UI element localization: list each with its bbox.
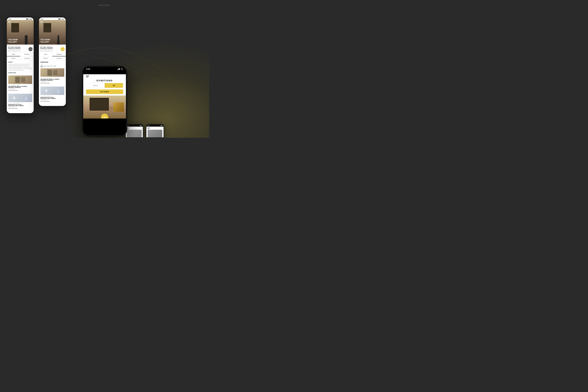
signal-right2: ▌▌▌ — [161, 125, 162, 126]
status-bar-left: 9:41 ▌▌▌ wifi ▮ — [7, 18, 34, 20]
svg-rect-3 — [120, 68, 120, 70]
wifi-icon: wifi — [29, 18, 31, 20]
about-section-left: ABOUT Founded in October 2016 by Max and… — [7, 60, 34, 76]
tab-exibitions-left[interactable]: Exibitions — [20, 52, 34, 56]
wifi-icon-large — [118, 68, 120, 70]
large-exibitions-title: EXIBITIONS — [83, 78, 126, 83]
saved-button-left[interactable]: SAVED — [28, 47, 32, 51]
search-icon-large[interactable] — [121, 68, 123, 70]
year-2019[interactable]: 2019 — [44, 65, 46, 67]
exhibition-info-left: NOT FUNNY, PERSONAL VISTAVKA ILLI ISUPOV… — [8, 46, 32, 52]
status-icons-right2: ▌▌▌ — [161, 125, 162, 126]
notch — [97, 71, 112, 74]
status-icons-right1: ▌▌▌ — [140, 125, 142, 126]
phone-right2: 9:41 ▌▌▌ — [146, 124, 164, 138]
exhibition-item-2-left: 09.09 - 04.10.2020 Offline INTROSPECTION… — [8, 94, 32, 110]
status-bar-right2: 9:41 ▌▌▌ — [146, 124, 164, 127]
phone-large: 9:41 — [82, 66, 127, 136]
year-2017[interactable]: 2017 — [50, 65, 53, 67]
menu-right2[interactable] — [148, 128, 162, 129]
explore-link-2-left[interactable]: EXPLORE MORE → — [8, 108, 32, 109]
filters-button-large[interactable]: FILTERS — [86, 90, 123, 94]
exhibition-img-1-left — [8, 76, 32, 84]
nav-tabs-row2-left: Painters Souvenirs — [7, 56, 34, 60]
svg-rect-1 — [118, 69, 119, 70]
large-exhibition-image: JOIN — [83, 96, 126, 118]
tab-souvenirs-left[interactable]: Souvenirs — [20, 56, 34, 60]
svg-line-5 — [122, 69, 123, 70]
status-icons-left: ▌▌▌ wifi ▮ — [26, 18, 32, 20]
battery-icon-mid: ▮ — [64, 18, 64, 20]
exhibitions-list-left: 12.10 - 14.11.2020 Offline THE SWEETEST … — [7, 76, 34, 113]
phone-left: 9:41 ▌▌▌ wifi ▮ VOLOSHIN GALLERY — [6, 16, 34, 114]
svg-point-4 — [121, 68, 122, 70]
right1-hero — [127, 130, 142, 137]
explore-link-2-mid[interactable]: EXPLORE MORE → — [40, 101, 64, 102]
svg-rect-2 — [119, 68, 119, 70]
year-2020[interactable]: 2020 — [40, 65, 43, 67]
exhibition-item-1-left: 12.10 - 14.11.2020 Offline THE SWEETEST … — [8, 76, 32, 92]
wifi-icon-mid: wifi — [61, 18, 63, 20]
large-phone-menu — [83, 74, 126, 78]
large-phone-content: EXIBITIONS Saved All FILTERS — [83, 74, 126, 118]
svg-rect-0 — [118, 69, 118, 70]
tab-painters-mid[interactable]: Painters — [39, 56, 52, 60]
exhibition-item-1-mid: 12.10 - 14.11.2020 Offline THE SWEETEST … — [40, 68, 64, 85]
battery-icon: ▮ — [31, 18, 32, 20]
exhibitions-header-mid: EXIBITIONS Past 2020 2019 2018 2017 2016 — [39, 60, 66, 68]
right2-hero — [148, 130, 162, 137]
signal-right1: ▌▌▌ — [140, 125, 142, 126]
tab-exibitions-mid[interactable]: Exibitions — [52, 52, 66, 56]
now-bar-left: Now NOT FUNNY, PERSONAL VISTAVKA ILLI IS… — [7, 44, 34, 52]
menu-icon-left[interactable] — [8, 21, 10, 23]
exhibition-img-2-mid — [40, 86, 64, 95]
hamburger-menu-large[interactable] — [86, 76, 123, 77]
year-filters-mid: 2020 2019 2018 2017 2016 — [40, 65, 64, 67]
time-mid: 9:41 — [41, 18, 43, 20]
save-button-mid[interactable]: SAVE — [61, 47, 64, 51]
notch-area: 9:41 — [83, 67, 126, 74]
tab-about-left[interactable]: About — [7, 52, 20, 56]
nav-tabs-row1-mid: About Exibitions — [39, 52, 66, 56]
signal-icon-mid: ▌▌▌ — [58, 18, 61, 20]
exhibition-img-1-mid — [40, 68, 64, 77]
gallery-title-left: VOLOSHIN GALLERY — [8, 38, 18, 43]
phone-right1: 9:41 ▌▌▌ — [125, 124, 143, 138]
phone-mid: 9:41 ▌▌▌ wifi ▮ VOLOSHIN GALLERY Now NOT… — [38, 16, 67, 107]
explore-link-1-left[interactable]: EXPLORE MORE → — [8, 90, 32, 91]
status-bar-mid: 9:41 ▌▌▌ wifi ▮ — [39, 18, 66, 20]
time-left: 9:41 — [8, 18, 11, 20]
hero-image-left: VOLOSHIN GALLERY — [7, 20, 34, 44]
menu-icon-mid[interactable] — [40, 21, 42, 23]
signal-icon: ▌▌▌ — [26, 18, 28, 20]
page-title: GALLERY — [99, 4, 110, 6]
now-bar-mid: Now NOT FUNNY, PERSONAL VISTAVKA ILLI IS… — [39, 44, 66, 52]
explore-link-1-mid[interactable]: EXPLORE MORE → — [40, 83, 64, 84]
tab-painters-left[interactable]: Painters — [7, 56, 20, 60]
large-tab-container: Saved All — [86, 83, 123, 88]
status-bar-right1: 9:41 ▌▌▌ — [126, 124, 143, 127]
hero-image-mid: VOLOSHIN GALLERY — [39, 20, 66, 44]
menu-right1[interactable] — [127, 128, 142, 129]
tab-all-large[interactable]: All — [104, 83, 123, 88]
nav-tabs-row1-left: About Exibitions — [7, 52, 34, 56]
exhibition-img-2-left — [8, 94, 32, 102]
exhibitions-list-mid: 12.10 - 14.11.2020 Offline THE SWEETEST … — [39, 68, 66, 106]
large-time: 9:41 — [86, 68, 90, 70]
right-phone2-content — [146, 127, 164, 138]
tab-saved-large[interactable]: Saved — [86, 83, 105, 88]
exhibition-info-mid: NOT FUNNY, PERSONAL VISTAVKA ILLI ISUPOV… — [40, 46, 64, 52]
nav-tabs-row2-mid: Painters Souvenirs — [39, 56, 66, 60]
tab-about-mid[interactable]: About — [39, 52, 52, 56]
gallery-title-mid: VOLOSHIN GALLERY — [40, 38, 50, 43]
status-icons-mid: ▌▌▌ wifi ▮ — [58, 18, 64, 20]
large-status-icons — [118, 68, 123, 70]
year-2018[interactable]: 2018 — [47, 65, 50, 67]
year-2016[interactable]: 2016 — [54, 65, 56, 67]
right-phone1-content — [126, 127, 143, 138]
tab-souvenirs-mid[interactable]: Souvenirs — [52, 56, 66, 60]
exhibition-item-2-mid: 09.09 - 04.10.2020 Offline INTROSPECTION… — [40, 86, 64, 103]
